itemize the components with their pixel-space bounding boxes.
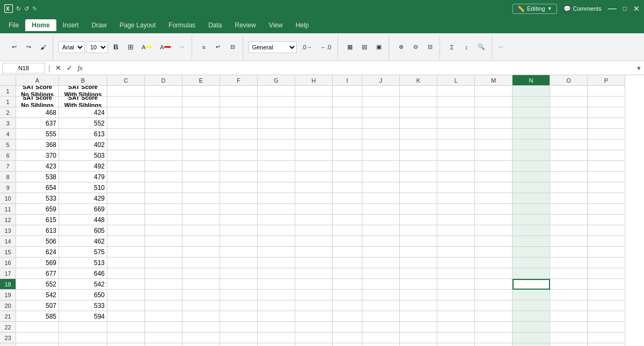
col-header-E[interactable]: E [182, 75, 220, 86]
cell-G6[interactable] [258, 150, 295, 161]
cell-G2[interactable] [258, 107, 295, 118]
tab-draw[interactable]: Draw [85, 19, 113, 31]
row-num-19[interactable]: 19 [0, 290, 16, 300]
cell-G3[interactable] [258, 118, 295, 129]
cell-P10[interactable] [588, 193, 625, 204]
row-num-22[interactable]: 22 [0, 322, 16, 333]
cell-I17[interactable] [333, 268, 362, 279]
cell-C24[interactable] [107, 343, 145, 346]
cell-N8[interactable] [513, 172, 550, 182]
cell-A23[interactable] [16, 333, 59, 343]
cell-P3[interactable] [588, 118, 625, 129]
cell-F16[interactable] [220, 257, 258, 268]
fill-color-button[interactable]: A [138, 41, 155, 53]
cell-N16[interactable] [513, 257, 550, 268]
cell-M21[interactable] [475, 311, 513, 322]
cell-B7[interactable]: 492 [59, 161, 107, 172]
cell-G23[interactable] [258, 333, 295, 343]
cell-B16[interactable]: 513 [59, 257, 107, 268]
cell-E11[interactable] [182, 204, 220, 215]
row-num-18[interactable]: 18 [0, 279, 16, 290]
cell-E13[interactable] [182, 225, 220, 236]
cell-N13[interactable] [513, 225, 550, 236]
cell-L7[interactable] [437, 161, 475, 172]
cell-E2[interactable] [182, 107, 220, 118]
cell-F24[interactable] [220, 343, 258, 346]
cell-N15[interactable] [513, 247, 550, 257]
cell-M2[interactable] [475, 107, 513, 118]
cell-K1[interactable] [400, 86, 437, 97]
cell-P5[interactable] [588, 139, 625, 150]
font-more-button[interactable]: ··· [175, 41, 188, 53]
cell-C1[interactable] [107, 86, 145, 97]
cell-G5[interactable] [258, 139, 295, 150]
cell-H10[interactable] [295, 193, 333, 204]
cell-G21[interactable] [258, 311, 295, 322]
cell-N12[interactable] [513, 215, 550, 225]
cell-O16[interactable] [550, 257, 588, 268]
cell-D24[interactable] [145, 343, 182, 346]
cell-A7[interactable]: 423 [16, 161, 59, 172]
cell-P18[interactable] [588, 279, 625, 290]
cell-H11[interactable] [295, 204, 333, 215]
cell-H8[interactable] [295, 172, 333, 182]
cell-J24[interactable] [362, 343, 400, 346]
cell-D4[interactable] [145, 129, 182, 139]
cell-J15[interactable] [362, 247, 400, 257]
col-header-O[interactable]: O [550, 75, 588, 86]
tab-data[interactable]: Data [202, 19, 228, 31]
cell-A5[interactable]: 368 [16, 139, 59, 150]
row-num-4[interactable]: 4 [0, 129, 16, 139]
close-icon[interactable]: ✕ [633, 4, 640, 13]
cell-J2[interactable] [362, 107, 400, 118]
cell-L21[interactable] [437, 311, 475, 322]
row-num-20[interactable]: 20 [0, 300, 16, 311]
cell-D12[interactable] [145, 215, 182, 225]
cell-H18[interactable] [295, 279, 333, 290]
tab-help[interactable]: Help [289, 19, 316, 31]
sum-button[interactable]: Σ [445, 41, 458, 53]
cell-B9[interactable]: 510 [59, 182, 107, 193]
cell-O15[interactable] [550, 247, 588, 257]
cell-E6[interactable] [182, 150, 220, 161]
cell-E14[interactable] [182, 236, 220, 247]
undo-button[interactable]: ↩ [8, 41, 20, 53]
cell-O20[interactable] [550, 300, 588, 311]
col-header-H[interactable]: H [295, 75, 333, 86]
col-header-P[interactable]: P [588, 75, 625, 86]
col-header-I[interactable]: I [333, 75, 362, 86]
formula-input[interactable] [86, 63, 634, 73]
cell-B4[interactable]: 613 [59, 129, 107, 139]
row-num-13[interactable]: 13 [0, 225, 16, 236]
cell-L15[interactable] [437, 247, 475, 257]
cell-F22[interactable] [220, 322, 258, 333]
cell-G10[interactable] [258, 193, 295, 204]
cell-E1[interactable] [182, 97, 220, 107]
cell-C17[interactable] [107, 268, 145, 279]
col-header-L[interactable]: L [437, 75, 475, 86]
cell-I1[interactable] [333, 86, 362, 97]
cell-K7[interactable] [400, 161, 437, 172]
insert-function-icon[interactable]: fx [76, 64, 84, 72]
comments-button[interactable]: 💬 Comments [564, 5, 602, 12]
col-header-C[interactable]: C [107, 75, 145, 86]
cell-G12[interactable] [258, 215, 295, 225]
cell-H24[interactable] [295, 343, 333, 346]
cell-C18[interactable] [107, 279, 145, 290]
cell-N5[interactable] [513, 139, 550, 150]
cell-B14[interactable]: 462 [59, 236, 107, 247]
cell-A12[interactable]: 615 [16, 215, 59, 225]
cell-K12[interactable] [400, 215, 437, 225]
cell-L3[interactable] [437, 118, 475, 129]
cell-F13[interactable] [220, 225, 258, 236]
cell-C5[interactable] [107, 139, 145, 150]
row-num-3[interactable]: 3 [0, 118, 16, 129]
cell-L10[interactable] [437, 193, 475, 204]
cell-I19[interactable] [333, 290, 362, 300]
cell-K16[interactable] [400, 257, 437, 268]
cell-H4[interactable] [295, 129, 333, 139]
cell-D22[interactable] [145, 322, 182, 333]
cell-O23[interactable] [550, 333, 588, 343]
cell-F19[interactable] [220, 290, 258, 300]
cell-F18[interactable] [220, 279, 258, 290]
